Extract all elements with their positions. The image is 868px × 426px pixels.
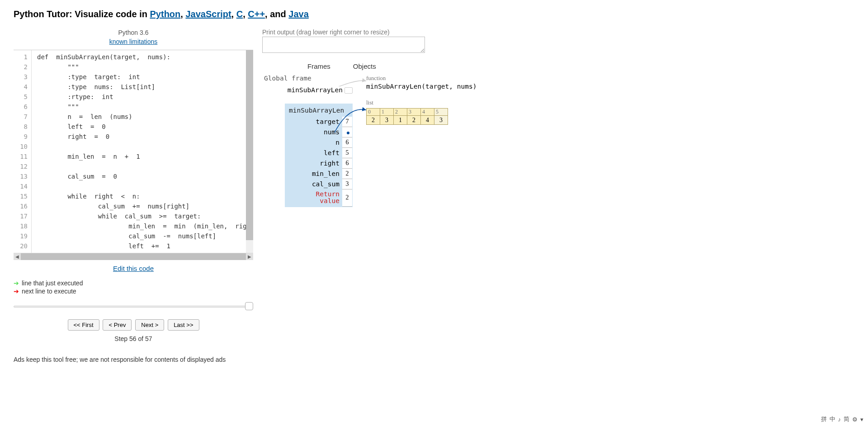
- frame-func-name: minSubArrayLen: [285, 104, 352, 117]
- known-limitations-link[interactable]: known limitations: [109, 38, 158, 45]
- frame-var-value: 7: [342, 117, 352, 127]
- global-var-name: minSubArrayLen: [288, 86, 343, 94]
- global-frame: Global frame minSubArrayLen: [262, 75, 353, 96]
- frame-var-name: right: [285, 158, 342, 169]
- list-index: 4: [421, 109, 434, 116]
- frame-var-value: 3: [342, 179, 352, 189]
- list-value: 2: [367, 116, 380, 125]
- next-arrow-icon: ➔: [14, 288, 19, 295]
- lang-link-javascript[interactable]: JavaScript: [185, 9, 231, 19]
- line-gutter: 1234567891011121314151617181920: [14, 50, 32, 253]
- list-index: 3: [407, 109, 421, 116]
- function-signature: minSubArrayLen(target, nums): [366, 82, 854, 99]
- frame-var-name: min_len: [285, 169, 342, 179]
- edit-code-link[interactable]: Edit this code: [113, 265, 154, 272]
- stack-frame: minSubArrayLen target7numsn6left5right6m…: [285, 104, 353, 207]
- list-type-label: list: [366, 99, 854, 106]
- list-index: 1: [380, 109, 394, 116]
- list-value: 3: [434, 116, 448, 125]
- global-frame-label: Global frame: [262, 75, 353, 82]
- list-value: 2: [407, 116, 421, 125]
- step-slider[interactable]: [14, 301, 253, 314]
- horizontal-scrollbar[interactable]: ◀ ▶: [14, 253, 253, 260]
- prev-button[interactable]: < Prev: [103, 319, 132, 331]
- frame-var-pointer: [342, 127, 352, 137]
- frame-var-name: cal_sum: [285, 179, 342, 189]
- page-title: Python Tutor: Visualize code in Python, …: [14, 9, 854, 19]
- list-value: 4: [421, 116, 434, 125]
- frame-var-value: 6: [342, 137, 352, 148]
- frame-var-value: 5: [342, 148, 352, 158]
- list-object: 012345 231243: [366, 108, 854, 125]
- step-counter: Step 56 of 57: [14, 332, 253, 345]
- page-header: Python Tutor: Visualize code in Python, …: [14, 5, 854, 28]
- lang-link-java[interactable]: Java: [288, 9, 309, 19]
- code-content[interactable]: def minSubArrayLen(target, nums): """ :t…: [32, 50, 246, 253]
- python-version-label: Python 3.6: [14, 28, 253, 38]
- lang-link-cpp[interactable]: C++: [248, 9, 265, 19]
- legend: ➔line that just executed ➔next line to e…: [14, 277, 253, 298]
- next-button[interactable]: Next >: [135, 319, 164, 331]
- global-pointer-box: [344, 87, 353, 94]
- frame-var-name: nums: [285, 127, 342, 137]
- frame-var-name: target: [285, 117, 342, 127]
- list-index: 0: [367, 109, 380, 116]
- objects-header: Objects: [353, 62, 376, 70]
- frame-var-value: 2: [342, 169, 352, 179]
- list-value: 1: [394, 116, 407, 125]
- frame-var-value: 6: [342, 158, 352, 169]
- executed-arrow-icon: ➔: [14, 279, 19, 287]
- list-index: 2: [394, 109, 407, 116]
- last-button[interactable]: Last >>: [168, 319, 199, 331]
- legend-executed: line that just executed: [22, 279, 83, 287]
- legend-next: next line to execute: [22, 288, 76, 295]
- lang-link-python[interactable]: Python: [150, 9, 181, 19]
- frame-var-name: left: [285, 148, 342, 158]
- print-output-area[interactable]: [262, 37, 425, 53]
- scroll-right-icon[interactable]: ▶: [246, 253, 253, 260]
- vertical-scrollbar[interactable]: [246, 50, 253, 253]
- frames-header: Frames: [307, 62, 330, 70]
- function-type-label: function: [366, 75, 854, 82]
- list-index: 5: [434, 109, 448, 116]
- first-button[interactable]: << First: [68, 319, 99, 331]
- scroll-left-icon[interactable]: ◀: [14, 253, 21, 260]
- print-output-label: Print output (drag lower right corner to…: [262, 28, 854, 36]
- code-editor: 1234567891011121314151617181920 def minS…: [14, 50, 253, 260]
- ads-disclaimer: Ads keep this tool free; we are not resp…: [14, 345, 253, 363]
- list-value: 3: [380, 116, 394, 125]
- lang-link-c[interactable]: C: [236, 9, 243, 19]
- return-value: 2: [342, 189, 352, 207]
- title-prefix: Python Tutor: Visualize code in: [14, 9, 150, 19]
- return-label: Return value: [285, 189, 342, 207]
- code-header: Python 3.6 known limitations: [14, 28, 253, 46]
- frame-var-name: n: [285, 137, 342, 148]
